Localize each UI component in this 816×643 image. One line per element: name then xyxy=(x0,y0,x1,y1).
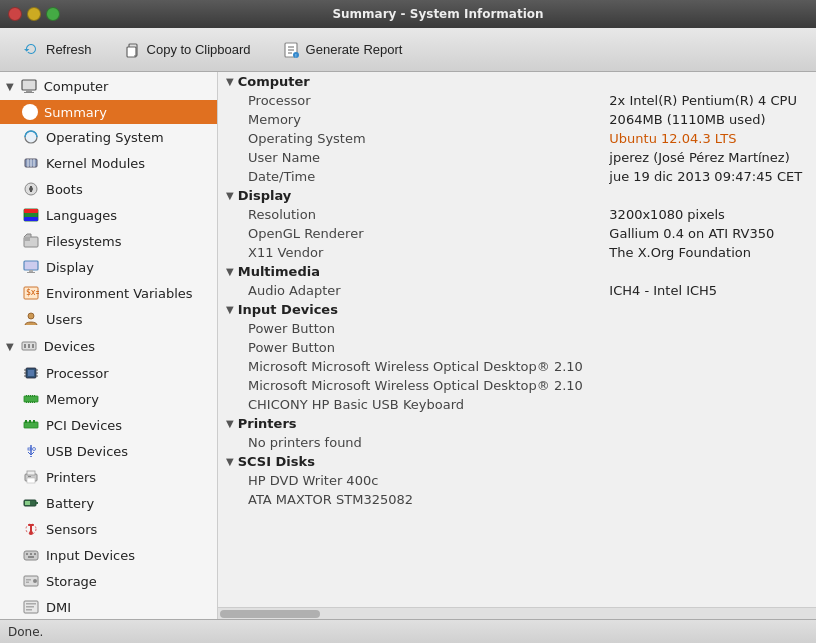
section-arrow: ▼ xyxy=(226,304,234,315)
sidebar-section-devices[interactable]: ▼ Devices xyxy=(0,332,217,360)
table-row: HP DVD Writer 400c xyxy=(218,471,816,490)
report-label: Generate Report xyxy=(306,42,403,57)
sidebar-label-usb: USB Devices xyxy=(46,444,128,459)
table-row: User Namejperez (José Pérez Martínez) xyxy=(218,148,816,167)
section-title: Computer xyxy=(238,74,310,89)
sidebar-label-summary: Summary xyxy=(44,105,107,120)
row-key: Audio Adapter xyxy=(218,281,601,300)
refresh-button[interactable]: Refresh xyxy=(8,33,105,67)
sidebar-item-env[interactable]: $x= Environment Variables xyxy=(0,280,217,306)
section-header: ▼Input Devices xyxy=(218,300,816,319)
table-row: Microsoft Microsoft Wireless Optical Des… xyxy=(218,357,816,376)
sensor-icon xyxy=(22,520,40,538)
section-arrow: ▼ xyxy=(226,418,234,429)
sidebar-item-memory[interactable]: Memory xyxy=(0,386,217,412)
filesystems-icon xyxy=(22,232,40,250)
svg-rect-62 xyxy=(36,502,38,504)
copy-button[interactable]: Copy to Clipboard xyxy=(109,33,264,67)
maximize-button[interactable] xyxy=(46,7,60,21)
scrollbar-thumb[interactable] xyxy=(220,610,320,618)
sidebar-item-battery[interactable]: Battery xyxy=(0,490,217,516)
svg-rect-23 xyxy=(29,270,33,272)
section-header: ▼Printers xyxy=(218,414,816,433)
row-value: Gallium 0.4 on ATI RV350 xyxy=(601,224,816,243)
svg-rect-58 xyxy=(27,471,35,475)
sidebar-item-usb[interactable]: USB Devices xyxy=(0,438,217,464)
svg-rect-29 xyxy=(24,344,26,348)
section-title: Display xyxy=(238,188,292,203)
row-value xyxy=(601,490,816,509)
sidebar-item-os[interactable]: Operating System xyxy=(0,124,217,150)
svg-rect-30 xyxy=(28,344,30,348)
boot-icon xyxy=(22,180,40,198)
section-title: Input Devices xyxy=(238,302,338,317)
minimize-button[interactable] xyxy=(27,7,41,21)
svg-rect-33 xyxy=(28,370,34,376)
sidebar-item-filesystems[interactable]: Filesystems xyxy=(0,228,217,254)
sidebar-item-display[interactable]: Display xyxy=(0,254,217,280)
section-arrow: ▼ xyxy=(226,456,234,467)
computer-icon xyxy=(20,77,38,95)
sidebar-label-printers: Printers xyxy=(46,470,96,485)
sidebar-item-kernel[interactable]: Kernel Modules xyxy=(0,150,217,176)
row-value xyxy=(601,338,816,357)
sidebar-item-summary[interactable]: i Summary xyxy=(0,100,217,124)
refresh-label: Refresh xyxy=(46,42,92,57)
row-value: 2x Intel(R) Pentium(R) 4 CPU xyxy=(601,91,816,110)
svg-rect-69 xyxy=(26,553,28,555)
os-icon xyxy=(22,128,40,146)
svg-rect-21 xyxy=(24,237,30,241)
sidebar: ▼ Computer i Summary xyxy=(0,72,218,619)
sidebar-label-env: Environment Variables xyxy=(46,286,193,301)
devices-icon xyxy=(20,337,38,355)
svg-rect-53 xyxy=(29,420,31,423)
sidebar-item-storage[interactable]: Storage xyxy=(0,568,217,594)
sidebar-item-printers[interactable]: Printers xyxy=(0,464,217,490)
svg-rect-7 xyxy=(22,80,36,90)
sidebar-item-input[interactable]: Input Devices xyxy=(0,542,217,568)
row-value xyxy=(601,357,816,376)
sidebar-item-languages[interactable]: Languages xyxy=(0,202,217,228)
svg-rect-68 xyxy=(24,551,38,560)
sidebar-label-pci: PCI Devices xyxy=(46,418,122,433)
sidebar-item-pci[interactable]: PCI Devices xyxy=(0,412,217,438)
sidebar-item-boots[interactable]: Boots xyxy=(0,176,217,202)
row-value xyxy=(601,395,816,414)
sidebar-item-processor[interactable]: Processor xyxy=(0,360,217,386)
section-header: ▼Display xyxy=(218,186,816,205)
sidebar-item-users[interactable]: Users xyxy=(0,306,217,332)
sidebar-item-sensors[interactable]: Sensors xyxy=(0,516,217,542)
svg-rect-59 xyxy=(27,478,35,483)
close-button[interactable] xyxy=(8,7,22,21)
row-key: X11 Vendor xyxy=(218,243,601,262)
svg-point-16 xyxy=(29,187,33,191)
section-title: SCSI Disks xyxy=(238,454,315,469)
svg-rect-63 xyxy=(25,501,30,505)
window-title: Summary - System Information xyxy=(68,7,808,21)
table-row: Date/Timejue 19 dic 2013 09:47:45 CET xyxy=(218,167,816,186)
content-area[interactable]: ▼ComputerProcessor2x Intel(R) Pentium(R)… xyxy=(218,72,816,607)
row-key: Memory xyxy=(218,110,601,129)
horizontal-scrollbar[interactable] xyxy=(218,607,816,619)
svg-text:$x=: $x= xyxy=(26,288,39,297)
svg-rect-48 xyxy=(30,402,31,404)
sidebar-item-dmi[interactable]: DMI xyxy=(0,594,217,619)
sidebar-label-input: Input Devices xyxy=(46,548,135,563)
table-row: Microsoft Microsoft Wireless Optical Des… xyxy=(218,376,816,395)
window-controls[interactable] xyxy=(8,7,60,21)
row-value xyxy=(601,319,816,338)
row-value: Ubuntu 12.04.3 LTS xyxy=(601,129,816,148)
table-row: Audio AdapterICH4 - Intel ICH5 xyxy=(218,281,816,300)
svg-rect-8 xyxy=(26,90,32,92)
section-header: ▼Computer xyxy=(218,72,816,91)
svg-rect-50 xyxy=(34,402,35,404)
svg-rect-40 xyxy=(24,396,38,402)
sidebar-section-computer[interactable]: ▼ Computer xyxy=(0,72,217,100)
section-header: ▼SCSI Disks xyxy=(218,452,816,471)
dmi-icon xyxy=(22,598,40,616)
row-value: 2064MB (1110MB used) xyxy=(601,110,816,129)
sidebar-label-sensors: Sensors xyxy=(46,522,97,537)
row-key: OpenGL Renderer xyxy=(218,224,601,243)
report-button[interactable]: ! Generate Report xyxy=(268,33,416,67)
table-row: Operating SystemUbuntu 12.04.3 LTS xyxy=(218,129,816,148)
